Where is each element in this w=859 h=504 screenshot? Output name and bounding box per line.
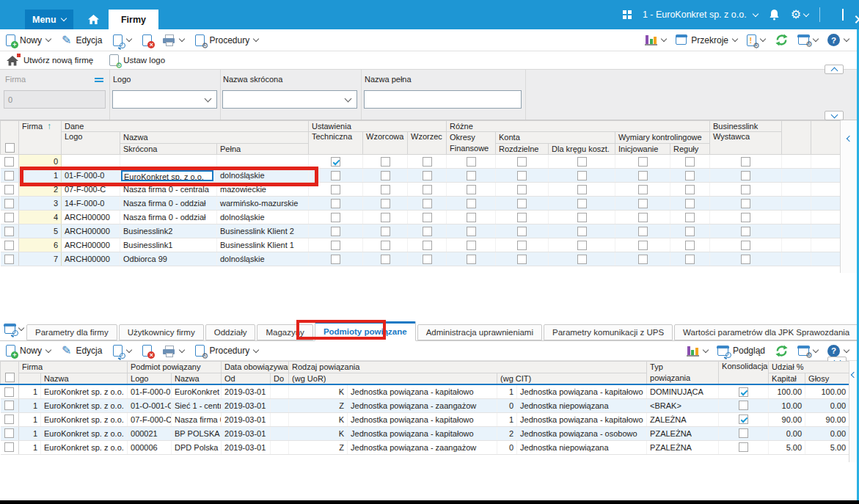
- procedures-button[interactable]: ⚙ Procedury: [195, 345, 258, 357]
- company-selector[interactable]: 1 - EuroKonkret sp. z o.o.: [643, 10, 758, 20]
- checkbox[interactable]: [381, 185, 390, 194]
- alerts-button[interactable]: !⚙: [747, 34, 765, 46]
- checkbox[interactable]: [577, 199, 587, 208]
- checkbox[interactable]: [685, 255, 695, 264]
- company-row[interactable]: 5ARCH00000Businesslink2Businesslink Klie…: [1, 224, 841, 238]
- checkbox[interactable]: [739, 401, 748, 410]
- logo-filter-select[interactable]: [112, 90, 217, 109]
- inline-edit-input[interactable]: EuroKonkret sp. z o.o.: [121, 170, 213, 181]
- settings-gear-button[interactable]: ⚙: [791, 9, 808, 21]
- checkbox[interactable]: [739, 428, 748, 438]
- checkbox[interactable]: [741, 199, 750, 208]
- delete-button[interactable]: ×: [142, 345, 152, 357]
- checkbox[interactable]: [741, 255, 750, 264]
- checkbox[interactable]: [517, 241, 527, 250]
- column-header-glosy[interactable]: Głosy: [805, 373, 849, 384]
- checkbox[interactable]: [685, 227, 695, 236]
- checkbox[interactable]: [638, 213, 648, 222]
- checkbox[interactable]: [739, 442, 748, 452]
- checkbox[interactable]: [331, 227, 340, 236]
- column-header-firma[interactable]: Firma↑: [19, 121, 62, 155]
- checkbox[interactable]: [4, 241, 14, 250]
- tab-firmy[interactable]: Firmy: [109, 10, 158, 29]
- checkbox[interactable]: [577, 171, 587, 180]
- print-button[interactable]: [163, 346, 184, 357]
- help-button[interactable]: ?: [827, 345, 849, 357]
- checkbox[interactable]: [467, 213, 476, 222]
- checkbox[interactable]: [577, 185, 587, 194]
- checkbox[interactable]: [4, 401, 14, 410]
- checkbox[interactable]: [4, 442, 14, 452]
- checkbox[interactable]: [685, 171, 695, 180]
- column-header-typ[interactable]: Typpowiązania: [647, 362, 719, 385]
- checkbox[interactable]: [467, 199, 476, 208]
- checkbox[interactable]: [4, 157, 14, 167]
- checkbox[interactable]: [577, 241, 587, 250]
- group-header-rozne[interactable]: Różne: [447, 121, 710, 132]
- column-header-logo[interactable]: Logo: [128, 373, 172, 384]
- column-header-inicjowanie[interactable]: Inicjowanie: [615, 143, 670, 155]
- checkbox[interactable]: [741, 227, 750, 236]
- tab-użytkownicy-firmy[interactable]: Użytkownicy firmy: [119, 324, 204, 340]
- checkbox[interactable]: [517, 199, 527, 208]
- checkbox[interactable]: [381, 157, 390, 167]
- column-header-okresy-finansowe[interactable]: OkresyFinansowe: [447, 132, 496, 155]
- new-button[interactable]: + Nowy: [6, 34, 51, 46]
- column-header-kapital[interactable]: Kapitał: [769, 373, 805, 384]
- checkbox[interactable]: [685, 213, 695, 222]
- checkbox[interactable]: [577, 227, 587, 236]
- checkbox[interactable]: [423, 255, 432, 264]
- column-header-wzorcowa[interactable]: Wzorcowa: [363, 132, 408, 155]
- column-header-wzorzec[interactable]: Wzorzec: [408, 132, 447, 155]
- column-header-reguly[interactable]: Reguły: [670, 143, 710, 155]
- checkbox[interactable]: [4, 171, 14, 180]
- tab-administracja-uprawnieniami[interactable]: Administracja uprawnieniami: [417, 324, 542, 340]
- checkbox[interactable]: [739, 387, 748, 397]
- equals-filter-icon[interactable]: [95, 76, 103, 84]
- set-logo-button[interactable]: ⚙ Ustaw logo: [109, 54, 165, 66]
- print-button[interactable]: [163, 34, 184, 45]
- company-row[interactable]: 101-F-000-0EuroKonkret sp. z o.o.dolnośl…: [1, 169, 841, 183]
- column-header-rozdzielne[interactable]: Rozdzielne: [496, 143, 549, 155]
- checkbox[interactable]: [423, 199, 432, 208]
- find-button[interactable]: [113, 345, 131, 357]
- group-header-podmiot[interactable]: Podmiot powiązany: [128, 362, 222, 373]
- checkbox[interactable]: [381, 255, 390, 264]
- notifications-bell-icon[interactable]: [769, 9, 780, 21]
- company-row[interactable]: 4ARCH00000Nasza firma 0 - oddziałdolnośl…: [1, 211, 841, 224]
- help-button[interactable]: ?: [827, 34, 849, 46]
- related-entity-row[interactable]: 1EuroKonkret sp. z o.o.01-O-001-CSieć 1 …: [1, 398, 849, 412]
- checkbox[interactable]: [741, 185, 750, 194]
- group-header-firma[interactable]: Firma: [19, 362, 128, 373]
- checkbox[interactable]: [467, 255, 476, 264]
- select-all-checkbox[interactable]: [5, 143, 15, 153]
- checkbox[interactable]: [638, 241, 648, 250]
- chart-button[interactable]: [645, 34, 666, 45]
- column-header-wg-cit[interactable]: (wg CIT): [497, 373, 647, 384]
- tab-parametry-komunikacji-z-ups[interactable]: Parametry komunikacji z UPS: [544, 324, 673, 340]
- group-header-data[interactable]: Data obowiązywania: [222, 362, 289, 373]
- panel-tool-button[interactable]: [4, 324, 23, 334]
- related-entity-row[interactable]: 1EuroKonkret sp. z o.o.07-F-000-CNasza f…: [1, 412, 849, 426]
- company-row[interactable]: 7ARCH00000Odbiorca 99dolnośląskie: [1, 252, 841, 266]
- column-header-techniczna[interactable]: Techniczna: [309, 132, 363, 155]
- checkbox[interactable]: [331, 241, 340, 250]
- delete-button[interactable]: ×: [142, 34, 152, 46]
- column-header-od[interactable]: Od: [222, 373, 271, 384]
- checkbox[interactable]: [638, 255, 648, 264]
- column-header-nazwa2[interactable]: Nazwa: [172, 373, 222, 384]
- group-header-wymiary[interactable]: Wymiary kontrolingowe: [615, 132, 710, 144]
- checkbox[interactable]: [467, 241, 476, 250]
- layout-settings-button[interactable]: ⚙: [798, 346, 818, 356]
- checkbox[interactable]: [4, 428, 14, 438]
- checkbox[interactable]: [638, 171, 648, 180]
- tab-parametry-dla-firmy[interactable]: Parametry dla firmy: [26, 324, 117, 340]
- company-row[interactable]: 207-F-000-CNasza firma 0 - centralamazow…: [1, 183, 841, 197]
- company-row[interactable]: 0: [1, 155, 841, 169]
- related-entity-row[interactable]: 1EuroKonkret sp. z o.o.000021BP POLSKA S…: [1, 426, 849, 440]
- tab-podmioty-powiązane[interactable]: Podmioty powiązane: [315, 321, 416, 341]
- checkbox[interactable]: [741, 213, 750, 222]
- company-row[interactable]: 314-F-000-0Nasza firma 0 - oddziałwarmiń…: [1, 197, 841, 211]
- column-header-do[interactable]: Do: [271, 373, 289, 384]
- checkbox[interactable]: [577, 157, 587, 167]
